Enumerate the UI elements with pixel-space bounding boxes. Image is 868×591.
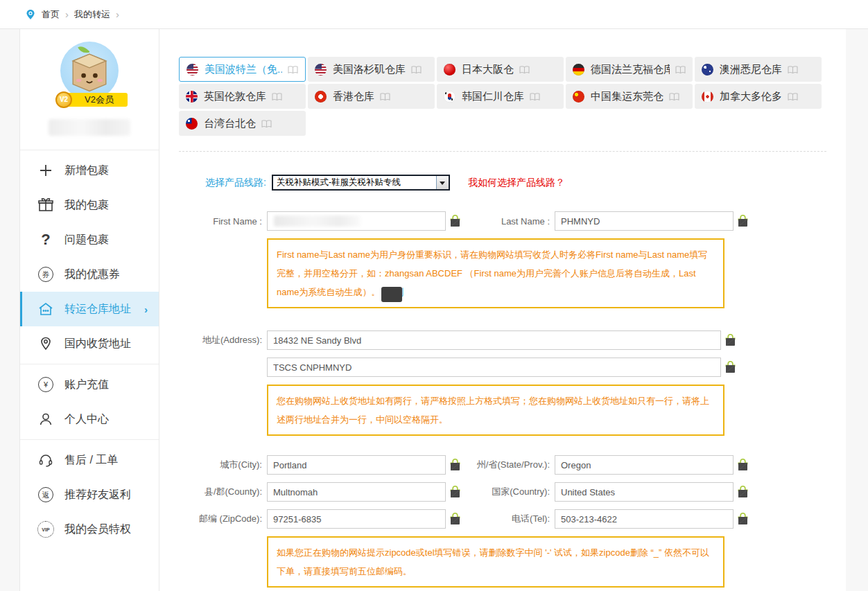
tab-us-la[interactable]: 美国洛杉矶仓库: [308, 57, 435, 82]
tab-hk[interactable]: 香港仓库: [308, 84, 435, 109]
main-content: 美国波特兰（免... 美国洛杉矶仓库 日本大阪仓 德国法兰克福仓库 澳洲悉尼仓库…: [159, 29, 846, 591]
sidebar-item-label: 我的包裹: [64, 198, 109, 213]
dropdown-arrow-icon[interactable]: [436, 176, 449, 189]
tel-label: 电话(Tel):: [465, 513, 555, 525]
breadcrumb-home[interactable]: 首页: [42, 8, 60, 21]
address-label: 地址(Address):: [179, 334, 267, 346]
address-line1-field[interactable]: [267, 330, 721, 350]
copy-icon[interactable]: [725, 361, 736, 373]
tab-jp-osaka[interactable]: 日本大阪仓: [437, 57, 564, 82]
country-field[interactable]: [555, 482, 734, 502]
sidebar-item-label: 售后 / 工单: [64, 453, 118, 468]
tab-cn-dongguan[interactable]: 中国集运东莞仓: [566, 84, 693, 109]
name-row: First Name : Last Name :: [179, 211, 826, 231]
tab-de-frankfurt[interactable]: 德国法兰克福仓库: [566, 57, 693, 82]
sidebar-menu: 新增包裹 我的包裹 ? 问题包裹 券 我的优惠券 转运仓库地址 ›: [20, 150, 159, 547]
book-icon: [261, 119, 272, 128]
sidebar-item-my-packages[interactable]: 我的包裹: [20, 188, 159, 222]
person-icon: [37, 412, 55, 426]
uk-flag-icon: [186, 91, 198, 103]
book-icon: [788, 65, 798, 74]
coupon-icon: 券: [37, 267, 55, 282]
sidebar-item-referral[interactable]: 返 推荐好友返利: [20, 477, 159, 512]
plus-icon: [37, 164, 55, 177]
county-field[interactable]: [267, 482, 446, 502]
blurred-value: [274, 215, 361, 227]
sidebar-item-vip-privileges[interactable]: VIP 我的会员特权: [20, 512, 159, 547]
divider: [20, 439, 159, 440]
product-line-help-link[interactable]: 我如何选择产品线路？: [468, 177, 565, 189]
breadcrumb-current[interactable]: 我的转运: [74, 8, 110, 21]
book-icon: [411, 65, 422, 74]
copy-icon[interactable]: [738, 513, 748, 525]
sidebar: V2会员 V2 新增包裹 我的包裹 ? 问题包裹 券 我的优惠券: [19, 29, 159, 591]
copy-icon[interactable]: [450, 513, 460, 525]
product-line-select[interactable]: 关税补贴模式-鞋服关税补贴专线: [272, 175, 450, 191]
sidebar-item-domestic-address[interactable]: 国内收货地址: [20, 326, 159, 361]
tab-kr-incheon[interactable]: 韩国仁川仓库: [437, 84, 564, 109]
v2-medal-icon: V2: [55, 91, 72, 108]
country-label: 国家(Country):: [465, 486, 555, 498]
sidebar-item-recharge[interactable]: ¥ 账户充值: [20, 367, 159, 402]
sidebar-item-profile[interactable]: 个人中心: [20, 402, 159, 436]
book-icon: [380, 92, 390, 101]
copy-icon[interactable]: [450, 486, 460, 498]
product-line-label: 选择产品线路:: [205, 177, 266, 189]
warehouse-address-form: First Name : Last Name : First name与Last…: [179, 211, 826, 591]
chevron-right-icon: ›: [144, 303, 148, 315]
copy-icon[interactable]: [725, 334, 736, 346]
sidebar-item-label: 我的会员特权: [64, 522, 131, 537]
member-badge: V2会员 V2: [51, 91, 128, 108]
product-line-row: 选择产品线路: 关税补贴模式-鞋服关税补贴专线 我如何选择产品线路？: [205, 175, 826, 191]
taiwan-flag-icon: [186, 118, 198, 130]
divider-dashed: [179, 151, 826, 152]
copy-icon[interactable]: [738, 215, 748, 227]
rebate-icon: 返: [37, 487, 55, 502]
copy-icon[interactable]: [450, 215, 460, 227]
copy-icon[interactable]: [738, 459, 748, 471]
address-line2-field[interactable]: [267, 358, 721, 377]
sidebar-item-coupons[interactable]: 券 我的优惠券: [20, 257, 159, 292]
state-field[interactable]: [555, 455, 734, 475]
pin-icon: [37, 337, 55, 351]
sidebar-item-new-package[interactable]: 新增包裹: [20, 153, 159, 188]
tab-tw-taipei[interactable]: 台湾台北仓: [179, 111, 306, 136]
zip-tel-row: 邮编 (ZipCode): 电话(Tel):: [179, 509, 826, 529]
tab-us-portland[interactable]: 美国波特兰（免...: [179, 57, 306, 82]
warehouse-tabs: 美国波特兰（免... 美国洛杉矶仓库 日本大阪仓 德国法兰克福仓库 澳洲悉尼仓库…: [179, 57, 824, 136]
tab-au-sydney[interactable]: 澳洲悉尼仓库: [695, 57, 822, 82]
sidebar-item-label: 转运仓库地址: [64, 302, 131, 317]
yen-icon: ¥: [37, 377, 55, 392]
zipcode-field[interactable]: [267, 509, 446, 529]
hongkong-flag-icon: [315, 91, 327, 103]
user-block: V2会员 V2: [20, 29, 159, 150]
city-field[interactable]: [267, 455, 446, 475]
book-icon: [530, 92, 540, 101]
address-notice-text: 您在购物网站上收货地址如有两行，请严格按照上方格式填写；您在购物网站上收货地址如…: [277, 396, 709, 425]
vip-icon: VIP: [37, 521, 55, 538]
zipcode-notice-box: 如果您正在购物的网站提示zipcode或tel填写错误，请删除数字中间 '-' …: [267, 536, 724, 588]
sidebar-item-label: 新增包裹: [64, 164, 109, 178]
tel-field[interactable]: [555, 509, 734, 529]
sidebar-item-problem-packages[interactable]: ? 问题包裹: [20, 222, 159, 257]
name-notice-text: First name与Last name为用户身份重要标识，请在购物网站填写收货…: [277, 249, 707, 297]
sidebar-item-aftersale[interactable]: 售后 / 工单: [20, 443, 159, 477]
tab-ca-toronto[interactable]: 加拿大多伦多: [695, 84, 822, 109]
sidebar-item-label: 推荐好友返利: [64, 488, 131, 502]
name-notice-box: First name与Last name为用户身份重要标识，请在购物网站填写收货…: [267, 238, 724, 308]
address-row-2: [179, 358, 826, 377]
sidebar-item-warehouse-address[interactable]: 转运仓库地址 ›: [20, 292, 159, 326]
book-icon: [272, 92, 282, 101]
korea-flag-icon: [444, 91, 455, 103]
canada-flag-icon: [702, 91, 713, 103]
copy-icon[interactable]: [738, 486, 748, 498]
address-row-1: 地址(Address):: [179, 330, 826, 350]
question-icon: ?: [37, 231, 55, 249]
book-icon: [288, 65, 298, 74]
city-label: 城市(City):: [179, 459, 267, 471]
copy-icon[interactable]: [450, 459, 460, 471]
book-icon: [669, 92, 679, 101]
last-name-field[interactable]: [555, 211, 734, 231]
tab-gb-london[interactable]: 英国伦敦仓库: [179, 84, 306, 109]
zipcode-label: 邮编 (ZipCode):: [179, 513, 267, 525]
